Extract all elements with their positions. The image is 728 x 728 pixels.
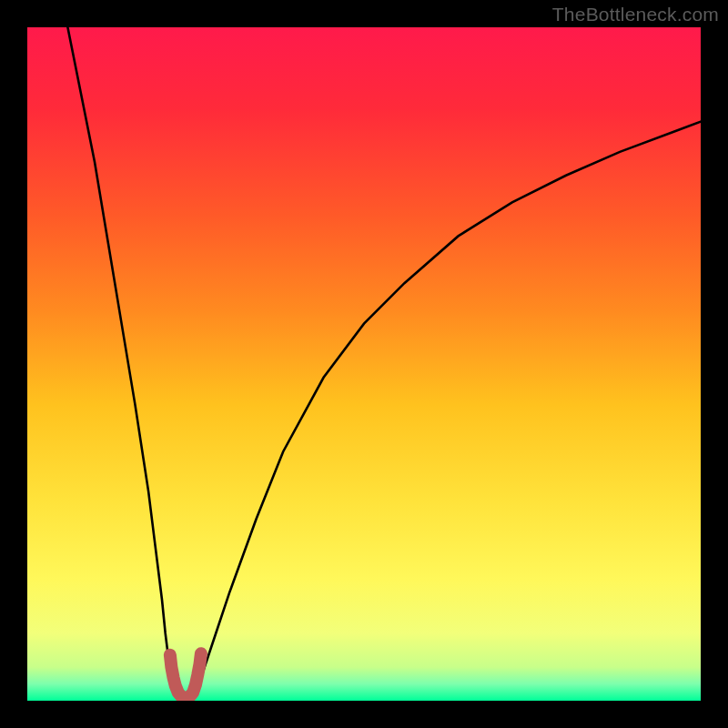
chart-frame	[27, 27, 701, 701]
chart-svg	[27, 27, 701, 701]
watermark-text: TheBottleneck.com	[552, 4, 719, 25]
